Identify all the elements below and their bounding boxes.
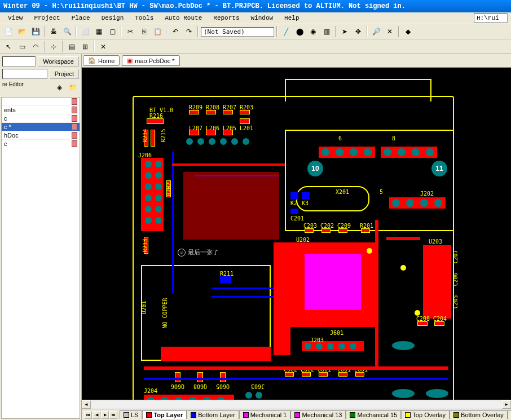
open-icon[interactable]: 📂 xyxy=(16,25,28,38)
copy-icon[interactable]: ⎘ xyxy=(138,25,150,38)
menu-project[interactable]: Project xyxy=(29,14,64,23)
layer-tab[interactable]: LS xyxy=(120,410,142,419)
select-rect-icon[interactable]: ▭ xyxy=(16,41,28,53)
layer-swatch xyxy=(124,412,129,418)
separator xyxy=(398,26,399,37)
tab-nav-icon[interactable]: ▶ xyxy=(101,411,109,419)
menu-design[interactable]: Design xyxy=(97,14,129,23)
place-via-icon[interactable]: ⬤ xyxy=(293,25,306,38)
home-tab[interactable]: 🏠Home xyxy=(83,55,120,66)
layer-tab[interactable]: Top Overlay xyxy=(401,410,450,419)
layer-tab[interactable]: Mechanical 1 xyxy=(239,410,291,419)
menu-help[interactable]: Help xyxy=(280,14,303,23)
move-icon[interactable]: ✥ xyxy=(352,25,364,38)
horizontal-scrollbar[interactable]: ◄ ► xyxy=(82,400,511,409)
saved-state-combo[interactable]: (Not Saved) xyxy=(201,27,274,37)
workspace-button[interactable]: Workspace xyxy=(38,56,79,67)
layer-tab[interactable]: Top Pas xyxy=(508,410,511,419)
ref: L206 xyxy=(206,125,219,131)
tab-nav-icon[interactable]: ◀ xyxy=(92,411,100,419)
altium-icon[interactable]: ◆ xyxy=(402,25,414,38)
ref: R203 xyxy=(240,104,253,110)
layer-tab[interactable]: Bottom Layer xyxy=(187,410,239,419)
cursor-icon[interactable]: ↖ xyxy=(2,41,15,53)
document-tab[interactable]: ▣mao.PcbDoc * xyxy=(122,55,179,66)
print-icon[interactable]: 🖶 xyxy=(47,25,60,38)
tree-item[interactable]: c xyxy=(2,114,80,123)
ref: K2 xyxy=(290,200,297,206)
cross-icon[interactable]: ✕ xyxy=(97,41,109,53)
save-icon[interactable]: 💾 xyxy=(29,25,42,38)
preview-icon[interactable]: 🔍 xyxy=(61,25,73,38)
layer-tabs: ⏮◀▶⏭LSTop LayerBottom LayerMechanical 1M… xyxy=(82,409,511,420)
tree-item[interactable]: c xyxy=(2,140,80,148)
menu-window[interactable]: Window xyxy=(246,14,278,23)
menu-view[interactable]: View xyxy=(3,14,27,23)
grid-icon[interactable]: ⊞ xyxy=(79,41,91,53)
separator xyxy=(44,26,45,37)
tree-item[interactable]: ents xyxy=(2,106,80,114)
pcb-canvas[interactable]: BT V1.0 R209 R208 R207 R203 R216 L201 L2… xyxy=(82,68,511,400)
clear-icon[interactable]: ✕ xyxy=(384,25,396,38)
zoom-fit-icon[interactable]: ▦ xyxy=(92,25,105,38)
tab-nav-icon[interactable]: ⏮ xyxy=(84,411,92,419)
redo-icon[interactable]: ↷ xyxy=(183,25,195,38)
menu-autoroute[interactable]: Auto Route xyxy=(160,14,206,23)
editor-label: re Editor xyxy=(2,81,24,94)
layer-icon[interactable]: ▤ xyxy=(65,41,78,53)
tree-item[interactable]: hDoc xyxy=(2,131,80,140)
zoom-select-icon[interactable]: ▢ xyxy=(106,25,118,38)
tree-item[interactable]: c * xyxy=(2,123,80,131)
new-icon[interactable]: 📄 xyxy=(2,25,15,38)
place-pad-icon[interactable]: ◉ xyxy=(307,25,319,38)
menu-place[interactable]: Place xyxy=(67,14,95,23)
zoom-area-icon[interactable]: ⬜ xyxy=(79,25,91,38)
layer-tab[interactable]: Mechanical 15 xyxy=(346,410,401,419)
project-tree[interactable]: entscc *hDocc xyxy=(1,97,80,419)
ref: L207 xyxy=(189,125,202,131)
paste-icon[interactable]: 📋 xyxy=(151,25,164,38)
snap-icon[interactable]: ⊹ xyxy=(47,41,60,53)
ref: C204 xyxy=(433,316,447,322)
undo-icon[interactable]: ↶ xyxy=(169,25,182,38)
layer-tab[interactable]: Top Layer xyxy=(142,410,187,419)
menu-reports[interactable]: Reports xyxy=(209,14,244,23)
scroll-right-icon[interactable]: ► xyxy=(502,400,511,409)
ref: J203 xyxy=(310,337,324,343)
menu-tools[interactable]: Tools xyxy=(130,14,158,23)
project-combo[interactable] xyxy=(2,69,47,79)
left-panel: Workspace Project re Editor ◈ 📁 entscc *… xyxy=(0,54,82,420)
ref: C208 xyxy=(416,316,430,322)
ref: C206 xyxy=(452,272,459,286)
route-icon[interactable]: ╱ xyxy=(280,25,292,38)
filter-icon[interactable]: 🔎 xyxy=(370,25,382,38)
layer-swatch xyxy=(146,412,152,418)
select-icon[interactable]: ➤ xyxy=(338,25,351,38)
layer-tab[interactable]: Mechanical 13 xyxy=(290,410,346,419)
lasso-icon[interactable]: ◠ xyxy=(29,41,42,53)
ref: R214 xyxy=(142,129,148,142)
workspace-combo[interactable] xyxy=(2,56,36,67)
separator xyxy=(94,41,95,52)
layer-tab-label: Top Overlay xyxy=(412,412,446,418)
cut-icon[interactable]: ✂ xyxy=(124,25,136,38)
ref: C205 xyxy=(452,295,459,308)
scroll-track[interactable] xyxy=(91,400,502,409)
project-button[interactable]: Project xyxy=(50,69,79,79)
tree-item[interactable] xyxy=(2,98,80,106)
compile-icon[interactable]: ◈ xyxy=(53,81,65,94)
tab-nav-icon[interactable]: ⏭ xyxy=(109,411,117,419)
document-icon xyxy=(72,140,77,147)
toolbar-main: 📄 📂 💾 🖶 🔍 ⬜ ▦ ▢ ✂ ⎘ 📋 ↶ ↷ (Not Saved) ╱ … xyxy=(0,24,511,39)
structure-icon[interactable]: 📁 xyxy=(67,81,79,94)
layer-swatch xyxy=(294,412,300,418)
ref: Q608 xyxy=(193,383,207,390)
layer-tab[interactable]: Bottom Overlay xyxy=(450,410,508,419)
ref: R216 xyxy=(149,113,163,119)
ref: R211 xyxy=(220,271,234,277)
fanout-icon[interactable]: ▥ xyxy=(320,25,333,38)
separator xyxy=(44,41,45,52)
path-display: H:\rui xyxy=(474,14,508,23)
scroll-left-icon[interactable]: ◄ xyxy=(82,400,91,409)
ref: R201 xyxy=(360,223,373,229)
